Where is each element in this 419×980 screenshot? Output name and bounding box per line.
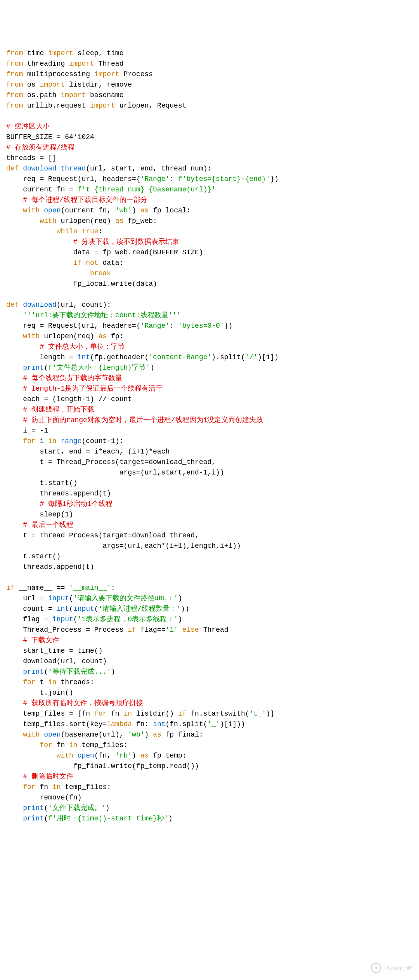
- token-fn: input: [73, 605, 94, 613]
- code-line: length = int(fp.getheader('content-Range…: [6, 352, 413, 363]
- token-kw: in: [48, 437, 57, 445]
- token-str: '请输入进程/线程数量：': [99, 605, 181, 613]
- token-dark: :: [170, 322, 178, 330]
- token-dark: urlopen(req): [57, 217, 115, 225]
- token-dark: fn:: [132, 720, 153, 728]
- code-line: fp_local.write(data): [6, 279, 413, 289]
- token-cmt: # 下载文件: [23, 636, 59, 644]
- token-kw: as: [99, 332, 107, 340]
- code-line: for t in threads:: [6, 677, 413, 688]
- token-dark: fn.startswith(: [187, 710, 249, 718]
- token-cmt: # 删除临时文件: [23, 773, 73, 780]
- code-line: for fn in temp_files:: [6, 782, 413, 792]
- token-fn: download_thread: [23, 165, 86, 172]
- token-dark: [6, 741, 40, 749]
- token-dark: temp_files:: [78, 741, 128, 749]
- code-line: if not data:: [6, 258, 413, 268]
- token-kw: in: [123, 710, 132, 718]
- token-dark: [6, 207, 23, 214]
- code-line: with open(current_fn, 'wb') as fp_local:: [6, 205, 413, 216]
- token-dark: ).split(: [211, 353, 245, 361]
- token-dark: ): [111, 668, 115, 676]
- code-line: if __name__ == '__main__':: [6, 583, 413, 593]
- token-dark: )[1])): [220, 720, 245, 728]
- token-dark: [6, 804, 23, 812]
- token-dark: [6, 196, 23, 204]
- token-dark: [6, 217, 40, 225]
- code-line: # 存放所有进程/线程: [6, 142, 413, 153]
- code-line: from threading import Thread: [6, 59, 413, 69]
- token-str: '1': [166, 626, 178, 634]
- code-line: [6, 111, 413, 122]
- token-dark: temp_files.sort(key=: [6, 720, 107, 728]
- token-dark: download(url, count): [6, 657, 107, 665]
- token-dark: i = -1: [6, 427, 48, 434]
- token-kw: if: [178, 710, 187, 718]
- token-dark: :: [111, 584, 115, 592]
- token-fn: print: [23, 364, 44, 372]
- token-kw: from: [6, 91, 23, 99]
- token-fn: input: [48, 594, 69, 602]
- token-kw: for: [23, 678, 35, 686]
- code-line: sleep(1): [6, 509, 413, 520]
- code-line: Thread_Process = Process if flag=='1' el…: [6, 625, 413, 635]
- token-dark: (: [73, 615, 78, 623]
- token-dark: fp_local.write(data): [6, 280, 157, 288]
- token-dark: data = fp_web.read(BUFFER_SIZE): [6, 248, 203, 256]
- code-line: # 每个线程负责下载的字节数量: [6, 373, 413, 384]
- code-line: from os.path import basename: [6, 90, 413, 101]
- token-kw: for: [23, 437, 35, 445]
- token-kw: with: [40, 217, 56, 225]
- code-block: from time import sleep, timefrom threadi…: [6, 48, 413, 824]
- token-cmt: # 每个进程/线程下载目标文件的一部分: [23, 196, 147, 204]
- token-dark: [6, 416, 23, 424]
- token-dark: (fn,: [94, 752, 115, 759]
- token-cmt: # 文件总大小，单位：字节: [40, 343, 125, 351]
- token-dark: data:: [99, 259, 124, 267]
- token-dark: [6, 238, 73, 246]
- token-dark: Process: [119, 70, 153, 78]
- token-dark: )): [181, 605, 189, 613]
- code-line: req = Request(url, headers={'Range': f'b…: [6, 174, 413, 184]
- token-dark: (fp.getheader(: [90, 353, 149, 361]
- token-dark: [6, 773, 23, 780]
- token-kw: with: [57, 752, 73, 759]
- token-dark: start, end = i*each, (i+1)*each: [6, 448, 170, 455]
- token-dark: multiprocessing: [23, 70, 94, 78]
- code-line: print('等待下载完成...'): [6, 667, 413, 677]
- token-dark: threads:: [57, 678, 94, 686]
- token-kw: from: [6, 49, 23, 57]
- token-str: f'bytes={start}-{end}': [178, 175, 270, 183]
- token-kw: as: [140, 752, 149, 759]
- token-dark: (: [44, 815, 48, 822]
- token-dark: temp_files:: [61, 783, 111, 791]
- code-line: threads = []: [6, 153, 413, 163]
- token-dark: BUFFER_SIZE = 64*1024: [6, 133, 94, 141]
- code-line: fp_final.write(fp_temp.read()): [6, 761, 413, 771]
- token-dark: Thread: [94, 60, 124, 68]
- token-kw: import: [40, 81, 65, 89]
- token-dark: (url, start, end, thread_num):: [86, 165, 211, 172]
- token-kw: import: [48, 49, 73, 57]
- token-fn: int: [57, 605, 69, 613]
- token-kw: for: [94, 710, 107, 718]
- code-line: data = fp_web.read(BUFFER_SIZE): [6, 247, 413, 258]
- code-line: with open(basename(url), 'wb') as fp_fin…: [6, 730, 413, 740]
- token-kw: def: [6, 301, 23, 309]
- token-str: 't_': [249, 710, 266, 718]
- token-dark: req = Request(url, headers={: [6, 322, 140, 330]
- code-line: '''url:要下载的文件地址；count:线程数量''': [6, 310, 413, 321]
- token-kw: if: [73, 259, 82, 267]
- token-dark: [6, 437, 23, 445]
- token-dark: listdir, remove: [65, 81, 132, 89]
- token-dark: threads.append(t): [6, 563, 94, 571]
- token-dark: os: [23, 81, 40, 89]
- code-line: t.start(): [6, 478, 413, 488]
- token-kw: True: [81, 228, 98, 235]
- code-line: i = -1: [6, 426, 413, 436]
- token-dark: length =: [6, 353, 78, 361]
- token-dark: (url, count):: [57, 301, 111, 309]
- token-dark: urlopen(req): [40, 332, 98, 340]
- token-str: '文件下载完成。': [48, 804, 106, 812]
- token-dark: ): [150, 364, 154, 372]
